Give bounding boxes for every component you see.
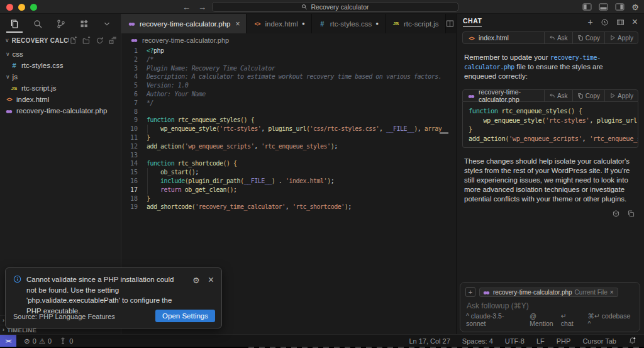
code-line-7[interactable]: 7*/ [121, 99, 456, 108]
folder-row-js[interactable]: ∨js [0, 71, 121, 82]
file-row-rtc-script.js[interactable]: JSrtc-script.js [0, 82, 121, 94]
remove-chip-icon[interactable]: × [610, 289, 614, 296]
expand-icon[interactable] [616, 18, 625, 26]
code-line-5[interactable]: 5Version: 1.0 [121, 81, 456, 90]
notification-toast: Cannot validate since a PHP installation… [5, 267, 222, 328]
problems-indicator[interactable]: ⊘0 ⚠0 [24, 337, 52, 345]
split-editor-icon[interactable] [446, 20, 454, 28]
apply-button[interactable]: Apply [604, 32, 638, 43]
new-file-icon[interactable] [69, 36, 77, 45]
close-window-button[interactable] [6, 4, 13, 11]
add-context-button[interactable]: + [465, 287, 475, 297]
php-file-icon [482, 289, 491, 296]
refresh-icon[interactable] [96, 36, 104, 45]
code-line-19[interactable]: 19add_shortcode('recovery_time_calculato… [121, 203, 456, 211]
file-row-recovery-time-calculator.php[interactable]: recovery-time-calculator.php [0, 105, 121, 116]
open-settings-button[interactable]: Open Settings [155, 310, 215, 322]
chat-tab[interactable]: CHAT [463, 17, 482, 27]
minimize-window-button[interactable] [18, 4, 25, 11]
tab-rtc-script.js[interactable]: JSrtc-script.js [386, 14, 446, 33]
search-view-icon[interactable] [31, 16, 44, 31]
search-icon [301, 4, 308, 10]
ask-button[interactable]: Ask [544, 32, 572, 43]
tab-rtc-styles.css[interactable]: #rtc-styles.css● [312, 14, 386, 33]
code-line-15[interactable]: 15 ob_start(); [121, 168, 456, 177]
back-arrow-icon[interactable]: ← [182, 3, 191, 12]
notification-settings-gear-icon[interactable]: ⚙ [192, 276, 200, 284]
breadcrumb[interactable]: recovery-time-calculator.php [121, 33, 456, 47]
cursor-position[interactable]: Ln 17, Col 27 [409, 337, 450, 345]
close-tab-icon[interactable]: × [235, 20, 240, 28]
code-line-1[interactable]: 1<?php [121, 47, 456, 55]
copy-icon[interactable] [627, 210, 635, 218]
indentation-setting[interactable]: Spaces: 4 [462, 337, 493, 345]
window-controls [6, 4, 37, 11]
code-line-18[interactable]: 18} [121, 194, 456, 203]
ask-button[interactable]: Ask [544, 90, 572, 101]
toggle-primary-sidebar-icon[interactable] [582, 3, 592, 11]
app-window: ← → Recovery calculator ⚙ ∨ RECOVERY CAL… [0, 0, 644, 348]
explorer-section-header[interactable]: ∨ RECOVERY CALCULAT... [0, 34, 121, 47]
copy-button[interactable]: Copy [572, 90, 604, 101]
code-line-6[interactable]: 6Author: Your Name [121, 90, 456, 99]
close-icon[interactable]: × [632, 16, 638, 28]
tab-recovery-time-calculator.php[interactable]: recovery-time-calculator.php× [121, 14, 247, 33]
toggle-secondary-sidebar-icon[interactable] [615, 3, 625, 11]
source-control-icon[interactable] [55, 16, 67, 31]
code-line-2[interactable]: 2/* [121, 55, 456, 64]
code-line-13[interactable]: 13 [121, 151, 456, 160]
maximize-window-button[interactable] [30, 4, 37, 11]
code-line-16[interactable]: 16 include(plugin_dir_path(__FILE__) . '… [121, 177, 456, 186]
command-center-search[interactable]: Recovery calculator [212, 2, 458, 12]
ports-indicator[interactable]: 0 [59, 337, 73, 345]
code-line-12[interactable]: 12add_action('wp_enqueue_scripts', 'rtc_… [121, 142, 456, 151]
code-line-17[interactable]: 17 return ob_get_clean(); [121, 186, 456, 194]
chip-badge: Current File [575, 289, 608, 296]
code-line-3[interactable]: 3Plugin Name: Recovery Time Calculator [121, 64, 456, 73]
cube-icon[interactable] [612, 210, 620, 218]
language-mode[interactable]: PHP [557, 337, 571, 345]
new-folder-icon[interactable] [82, 36, 91, 45]
code-line-9[interactable]: 9function rtc_enqueue_styles() { [121, 116, 456, 125]
notification-close-icon[interactable]: × [208, 274, 214, 286]
chevron-down-icon[interactable] [101, 17, 113, 31]
copy-button[interactable]: Copy [572, 32, 604, 43]
code-line-10[interactable]: 10 wp_enqueue_style('rtc-styles', plugin… [121, 125, 456, 133]
codebase-button[interactable]: ⌘↵ codebase ^ [588, 312, 634, 327]
code-editor[interactable]: 1<?php2/*3Plugin Name: Recovery Time Cal… [121, 47, 456, 211]
new-chat-icon[interactable]: + [587, 18, 592, 26]
collapse-all-icon[interactable] [109, 36, 117, 45]
toggle-panel-icon[interactable] [599, 3, 608, 11]
settings-gear-icon[interactable]: ⚙ [631, 3, 639, 11]
apply-button[interactable]: Apply [604, 90, 638, 101]
encoding-setting[interactable]: UTF-8 [505, 337, 525, 345]
history-icon[interactable] [601, 18, 609, 26]
file-row-index.html[interactable]: <>index.html [0, 94, 121, 105]
tab-index.html[interactable]: <>index.html● [247, 14, 311, 33]
line-number: 15 [121, 168, 147, 177]
dirty-dot-icon[interactable]: ● [375, 21, 379, 26]
explorer-icon[interactable] [8, 16, 21, 31]
chat-input-placeholder[interactable]: Ask followup (⌘Y) [460, 297, 640, 310]
forward-arrow-icon[interactable]: → [198, 3, 206, 12]
remote-indicator[interactable]: >< [0, 335, 16, 347]
model-selector[interactable]: ^ claude-3.5-sonnet [466, 312, 522, 327]
eol-setting[interactable]: LF [536, 337, 545, 345]
line-content: add_action('wp_enqueue_scripts', 'rtc_en… [147, 142, 338, 151]
code-line-8[interactable]: 8 [121, 108, 456, 116]
code-line-14[interactable]: 14function rtc_shortcode() { [121, 159, 456, 168]
chat-input-box[interactable]: + recovery-time-calculator.php Current F… [460, 282, 640, 332]
extensions-icon[interactable] [78, 16, 91, 31]
code-line-4[interactable]: 4Description: A calculator to estimate w… [121, 72, 456, 81]
mention-button[interactable]: @ Mention [530, 312, 561, 327]
line-number: 18 [121, 194, 147, 203]
context-chip[interactable]: recovery-time-calculator.php Current Fil… [479, 288, 618, 297]
code-line-11[interactable]: 11} [121, 133, 456, 142]
notifications-bell-icon[interactable] [628, 337, 636, 345]
dirty-dot-icon[interactable]: ● [302, 21, 305, 26]
line-content: add_shortcode('recovery_time_calculator'… [147, 203, 352, 211]
cursor-tab-toggle[interactable]: Cursor Tab [582, 337, 616, 345]
send-chat-button[interactable]: ↵ chat [561, 312, 580, 327]
file-row-rtc-styles.css[interactable]: #rtc-styles.css [0, 60, 121, 71]
folder-row-css[interactable]: ∨css [0, 48, 121, 60]
